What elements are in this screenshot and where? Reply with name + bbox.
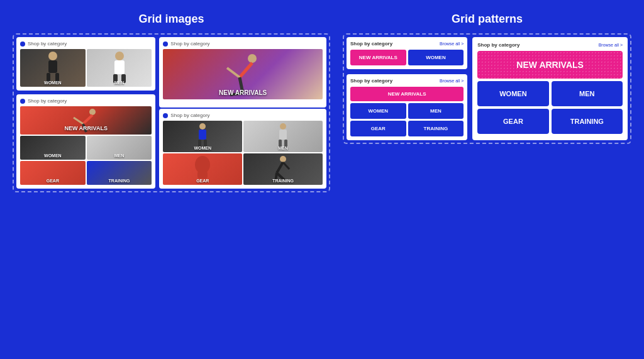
large-arrivals-label: NEW ARRIVALS <box>163 89 323 96</box>
pattern-left-col: Shop by category Browse all > NEW ARRIVA… <box>347 37 467 140</box>
svg-point-21 <box>280 123 286 130</box>
large-pattern-grid: NEW ARRIVALS WOMEN MEN GEAR TRAINING <box>477 51 623 134</box>
pattern-card2-header: Shop by category Browse all > <box>350 78 464 84</box>
pattern-card2-grid: NEW ARRIVALS WOMEN MEN GEAR TRAINING <box>350 87 464 136</box>
men-p2: MEN <box>408 103 464 119</box>
women-label: WOMEN <box>20 80 86 85</box>
card3-training-label: TRAINING <box>87 179 152 183</box>
card3-men: MEN <box>87 136 152 160</box>
training-p2: TRAINING <box>408 121 464 136</box>
card3-gear: GEAR <box>20 161 86 185</box>
card4-training-label: TRAINING <box>243 179 323 183</box>
svg-rect-26 <box>197 171 208 179</box>
new-arrivals-full: NEW ARRIVALS <box>350 87 464 101</box>
svg-rect-18 <box>199 130 206 140</box>
pattern-card1-header: Shop by category Browse all > <box>350 41 464 47</box>
svg-point-8 <box>89 109 96 115</box>
card1-grid: WOMEN MEN <box>20 49 152 87</box>
large-pattern-card: Shop by category Browse all > NEW ARRIVA… <box>472 37 628 140</box>
card3-gear-label: GEAR <box>20 179 86 183</box>
card4-grid: WOMEN MEN <box>163 121 323 185</box>
card4-dot <box>163 113 168 118</box>
card4-men-label: MEN <box>243 146 323 150</box>
large-men: MEN <box>552 81 623 106</box>
svg-point-25 <box>195 156 210 174</box>
svg-line-14 <box>227 68 240 77</box>
large-gear: GEAR <box>477 109 548 134</box>
card4-training: TRAINING <box>243 153 323 185</box>
grid-images-wrapper: Shop by category <box>13 33 330 192</box>
svg-rect-5 <box>114 60 125 74</box>
svg-line-13 <box>240 63 252 77</box>
card2: Shop by category NEW ARRI <box>159 37 326 108</box>
card4: Shop by category <box>159 109 326 189</box>
svg-line-10 <box>74 118 83 124</box>
svg-point-12 <box>248 54 257 63</box>
svg-line-28 <box>277 162 283 173</box>
card2-header: Shop by category <box>163 41 323 47</box>
women-pattern: WOMEN <box>408 50 464 65</box>
new-arrivals-label: NEW ARRIVALS <box>20 125 152 131</box>
men-label: MEN <box>87 80 152 85</box>
large-women: WOMEN <box>477 81 548 106</box>
card3-men-label: MEN <box>87 153 152 158</box>
card3-header: Shop by category <box>20 98 152 104</box>
grid-patterns-title: Grid patterns <box>452 13 523 26</box>
svg-line-9 <box>83 115 92 124</box>
grid-patterns-wrapper: Shop by category Browse all > NEW ARRIVA… <box>343 33 631 144</box>
card3-training: TRAINING <box>87 161 152 185</box>
card2-dot <box>163 41 168 47</box>
svg-point-4 <box>115 52 124 60</box>
grid-patterns-section: Grid patterns Shop by category Browse al… <box>343 13 631 192</box>
pattern-card1: Shop by category Browse all > NEW ARRIVA… <box>347 37 467 69</box>
right-cards: Shop by category NEW ARRI <box>159 37 326 189</box>
large-pattern-header: Shop by category Browse all > <box>477 42 623 48</box>
header-dot <box>20 41 25 47</box>
card1-header: Shop by category <box>20 41 152 47</box>
new-arrivals-pattern: NEW ARRIVALS <box>350 50 406 65</box>
card4-women: WOMEN <box>163 121 242 152</box>
card4-gear: GEAR <box>163 153 242 185</box>
large-training: TRAINING <box>552 109 623 134</box>
svg-rect-1 <box>48 60 57 73</box>
pattern-card2: Shop by category Browse all > NEW ARRIVA… <box>347 74 467 140</box>
card4-header: Shop by category <box>163 113 323 118</box>
grid-images-section: Grid images Shop by category <box>13 13 330 192</box>
svg-point-27 <box>280 156 286 162</box>
svg-line-29 <box>283 162 289 169</box>
grid-images-title: Grid images <box>138 13 204 26</box>
card3: Shop by category NEW ARRIVALS <box>16 94 155 189</box>
women-p2: WOMEN <box>350 103 406 119</box>
svg-point-0 <box>48 52 57 60</box>
main-container: Grid images Shop by category <box>13 13 631 192</box>
card3-women-label: WOMEN <box>20 153 86 158</box>
card3-women: WOMEN <box>20 136 86 160</box>
card-women-men: Shop by category <box>16 37 155 91</box>
large-new-arrivals: NEW ARRIVALS <box>477 51 623 79</box>
men-cell: MEN <box>87 49 152 87</box>
svg-rect-22 <box>279 130 287 140</box>
card4-gear-label: GEAR <box>163 179 242 183</box>
left-cards: Shop by category <box>16 37 155 189</box>
large-arrivals: NEW ARRIVALS <box>163 49 323 99</box>
svg-point-17 <box>199 123 206 130</box>
card4-women-label: WOMEN <box>163 146 242 150</box>
pattern-card1-grid: NEW ARRIVALS WOMEN <box>350 50 464 65</box>
card3-bottom-grid: WOMEN MEN GEAR TRAINING <box>20 136 152 185</box>
new-arrivals-banner: NEW ARRIVALS <box>20 106 152 135</box>
card4-men: MEN <box>243 121 323 152</box>
gear-p2: GEAR <box>350 121 406 136</box>
women-cell: WOMEN <box>20 49 86 87</box>
card3-dot <box>20 99 25 104</box>
